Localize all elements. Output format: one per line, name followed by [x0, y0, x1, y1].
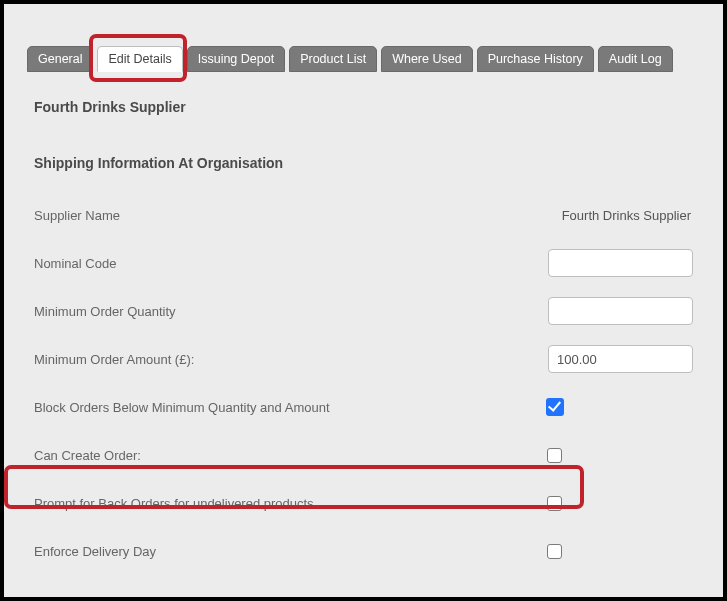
row-enforce-delivery-day: Enforce Delivery Day: [34, 537, 693, 565]
tab-issuing-depot[interactable]: Issuing Depot: [187, 46, 285, 72]
label-block-orders: Block Orders Below Minimum Quantity and …: [34, 400, 330, 415]
page-title: Fourth Drinks Supplier: [34, 99, 693, 115]
tab-where-used[interactable]: Where Used: [381, 46, 472, 72]
label-supplier-name: Supplier Name: [34, 208, 120, 223]
row-min-order-amount: Minimum Order Amount (£):: [34, 345, 693, 373]
checkbox-prompt-back-orders[interactable]: [547, 496, 562, 511]
row-nominal-code: Nominal Code: [34, 249, 693, 277]
input-min-order-qty[interactable]: [548, 297, 693, 325]
label-enforce-delivery-day: Enforce Delivery Day: [34, 544, 156, 559]
checkbox-enforce-delivery-day[interactable]: [547, 544, 562, 559]
section-heading: Shipping Information At Organisation: [34, 155, 693, 171]
row-prompt-back-orders: Prompt for Back Orders for undelivered p…: [34, 489, 693, 517]
label-prompt-back-orders: Prompt for Back Orders for undelivered p…: [34, 496, 314, 511]
tab-bar: General Edit Details Issuing Depot Produ…: [27, 46, 673, 72]
tab-product-list[interactable]: Product List: [289, 46, 377, 72]
input-min-order-amount[interactable]: [548, 345, 693, 373]
tab-audit-log[interactable]: Audit Log: [598, 46, 673, 72]
row-supplier-name: Supplier Name Fourth Drinks Supplier: [34, 201, 693, 229]
label-min-order-qty: Minimum Order Quantity: [34, 304, 176, 319]
value-supplier-name: Fourth Drinks Supplier: [562, 208, 693, 223]
label-can-create-order: Can Create Order:: [34, 448, 141, 463]
input-nominal-code[interactable]: [548, 249, 693, 277]
edit-details-panel: General Edit Details Issuing Depot Produ…: [4, 4, 723, 597]
label-nominal-code: Nominal Code: [34, 256, 116, 271]
label-min-order-amount: Minimum Order Amount (£):: [34, 352, 194, 367]
row-min-order-qty: Minimum Order Quantity: [34, 297, 693, 325]
tab-purchase-history[interactable]: Purchase History: [477, 46, 594, 72]
row-can-create-order: Can Create Order:: [34, 441, 693, 469]
tab-edit-details[interactable]: Edit Details: [97, 46, 182, 72]
tab-general[interactable]: General: [27, 46, 93, 72]
checkbox-block-orders[interactable]: [546, 398, 564, 416]
checkbox-can-create-order[interactable]: [547, 448, 562, 463]
row-block-orders: Block Orders Below Minimum Quantity and …: [34, 393, 693, 421]
content-area: Fourth Drinks Supplier Shipping Informat…: [34, 84, 693, 585]
